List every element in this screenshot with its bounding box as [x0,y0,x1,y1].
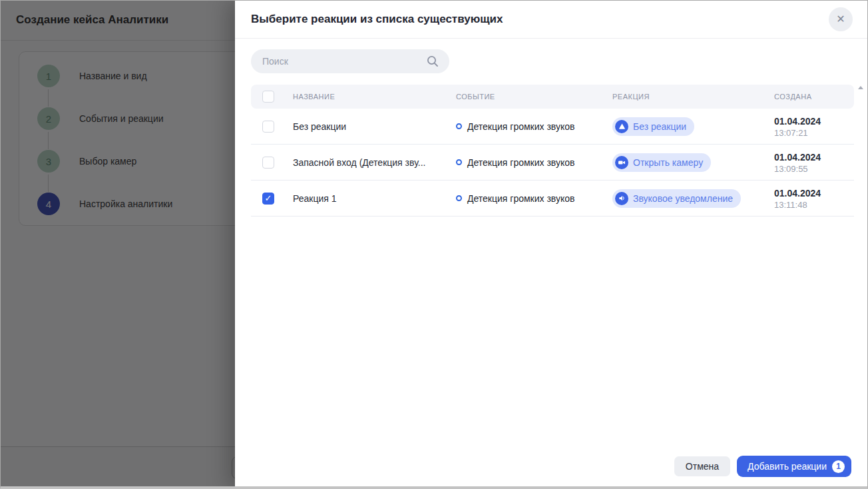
select-all-checkbox[interactable]: ✓ [262,91,274,103]
created-time: 13:09:55 [774,163,821,173]
reactions-table: ✓ НАЗВАНИЕ СОБЫТИЕ РЕАКЦИЯ СОЗДАНА ✓ Без… [251,85,854,217]
modal-title: Выберите реакции из списка существующих [251,13,503,26]
search-input[interactable] [251,49,449,73]
created-date: 01.04.2024 [774,187,821,198]
event-cell: Детекция громких звуков [456,121,574,132]
modal-header: Выберите реакции из списка существующих [235,0,868,39]
row-checkbox[interactable]: ✓ [262,121,274,133]
reaction-name: Без реакции [293,121,346,132]
event-label: Детекция громких звуков [467,157,574,168]
select-reactions-modal: Выберите реакции из списка существующих … [235,0,868,489]
table-row[interactable]: ✓ Без реакции Детекция громких звуков Бе… [251,109,854,145]
created-date: 01.04.2024 [774,115,821,126]
close-icon: ✕ [836,13,845,25]
column-header-reaction: РЕАКЦИЯ [612,93,650,101]
add-reactions-button[interactable]: Добавить реакции 1 [737,456,851,477]
created-cell: 01.04.2024 13:07:21 [774,115,821,137]
table-header-row: ✓ НАЗВАНИЕ СОБЫТИЕ РЕАКЦИЯ СОЗДАНА [251,85,854,109]
cancel-button[interactable]: Отмена [674,456,730,476]
reaction-label: Звуковое уведомление [633,193,733,204]
modal-body: ✓ НАЗВАНИЕ СОБЫТИЕ РЕАКЦИЯ СОЗДАНА ✓ Без… [251,39,854,217]
selected-count-badge: 1 [832,460,845,473]
modal-footer: Отмена Добавить реакции 1 [674,456,851,477]
reaction-label: Без реакции [633,121,686,132]
event-cell: Детекция громких звуков [456,157,574,168]
close-button[interactable]: ✕ [829,7,853,31]
alert-triangle-icon [615,120,628,133]
speaker-icon [615,192,628,205]
event-type-icon [456,123,462,129]
reaction-badge: Открыть камеру [612,153,711,172]
column-header-event: СОБЫТИЕ [456,93,495,101]
column-header-created: СОЗДАНА [774,93,811,101]
table-row[interactable]: ✓ Реакция 1 Детекция громких звуков Звук… [251,181,854,217]
search-box [251,49,449,73]
event-cell: Детекция громких звуков [456,193,574,204]
row-checkbox[interactable]: ✓ [262,157,274,169]
check-icon: ✓ [263,193,274,204]
camera-icon [615,156,628,169]
event-label: Детекция громких звуков [467,193,574,204]
reaction-badge: Без реакции [612,117,694,136]
add-reactions-label: Добавить реакции [748,461,827,472]
event-type-icon [456,195,462,201]
table-row[interactable]: ✓ Запасной вход (Детекция зву... Детекци… [251,145,854,181]
search-icon [427,55,439,67]
created-time: 13:07:21 [774,127,821,137]
created-cell: 01.04.2024 13:09:55 [774,151,821,173]
column-header-name: НАЗВАНИЕ [293,93,335,101]
reaction-name: Реакция 1 [293,193,337,204]
created-cell: 01.04.2024 13:11:48 [774,187,821,209]
created-time: 13:11:48 [774,199,821,209]
reaction-name: Запасной вход (Детекция зву... [293,157,425,168]
reaction-label: Открыть камеру [633,157,703,168]
scrollbar-up-arrow-icon[interactable] [858,86,863,89]
row-checkbox[interactable]: ✓ [262,193,274,205]
reaction-badge: Звуковое уведомление [612,189,741,208]
event-type-icon [456,159,462,165]
event-label: Детекция громких звуков [467,121,574,132]
created-date: 01.04.2024 [774,151,821,162]
